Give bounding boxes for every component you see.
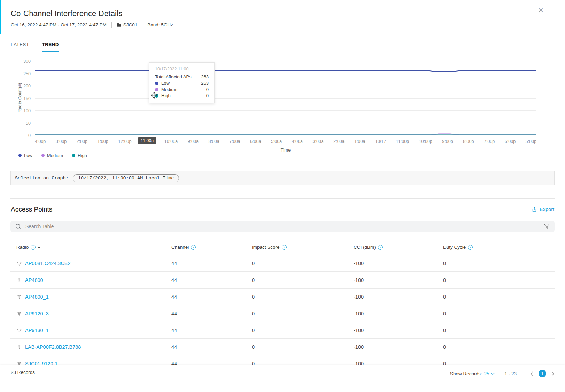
chart-tooltip: 10/17/2022 11:00 Total Affected APs 263 …	[149, 62, 215, 103]
tooltip-label: Total Affected APs	[155, 74, 192, 79]
table-row: AP4800 44 0 -100 0	[10, 272, 555, 289]
duty-cycle-cell: 0	[443, 344, 555, 350]
radio-link[interactable]: AP4800_1	[25, 294, 49, 300]
impact-score-cell: 0	[252, 261, 354, 266]
legend-item-high[interactable]: High	[72, 153, 87, 158]
tooltip-label: High	[161, 93, 171, 98]
cci-cell: -100	[354, 294, 443, 300]
high-dot-icon	[72, 154, 75, 157]
show-records-value: 25	[484, 371, 489, 376]
search-icon	[15, 224, 21, 230]
selection-value-pill[interactable]: 10/17/2022, 11:00:00 AM Local Time	[73, 174, 179, 182]
column-header-cci[interactable]: CCI (dBm) i	[354, 245, 443, 250]
radio-cell: AP9130_1	[16, 328, 171, 333]
table-row: AP9130_1 44 0 -100 0	[10, 322, 555, 339]
x-axis-ticks: 4:00p 3:00p 2:00p 1:00p 12:00p 11:00a 10…	[35, 139, 536, 144]
legend-item-medium[interactable]: Medium	[41, 153, 63, 158]
cci-cell: -100	[354, 344, 443, 350]
info-icon[interactable]: i	[191, 245, 196, 250]
table-footer: 23 Records Show Records: 25 1 - 23 1	[0, 365, 565, 392]
site-name: SJC01	[123, 22, 138, 28]
search-input[interactable]	[25, 224, 540, 229]
panel-subheader: Oct 16, 2022 4:47 PM - Oct 17, 2022 4:47…	[11, 22, 554, 28]
channel-cell: 44	[171, 294, 252, 300]
trend-chart: Radio Count(#) 300 250 200 150 100 50 0	[10, 57, 555, 161]
y-tick-label: 50	[26, 121, 31, 126]
divider	[142, 22, 142, 28]
medium-dot-icon	[155, 88, 158, 91]
x-tick-label: 5:00a	[271, 139, 282, 144]
date-range: Oct 16, 2022 4:47 PM - Oct 17, 2022 4:47…	[11, 22, 107, 28]
selected-time-badge: 11:00a	[138, 137, 156, 144]
channel-cell: 44	[171, 344, 252, 350]
x-tick-label: 2:00a	[333, 139, 344, 144]
export-icon	[532, 207, 537, 212]
table-row: AP0081.C424.3CE2 44 0 -100 0	[10, 255, 555, 272]
column-header-impact-score[interactable]: Impact Score i	[252, 245, 354, 250]
tab-trend[interactable]: TREND	[42, 42, 59, 52]
chart-plot-area[interactable]	[35, 62, 536, 135]
tab-latest[interactable]: LATEST	[11, 42, 29, 52]
impact-score-cell: 0	[252, 277, 354, 283]
y-axis-ticks: 300 250 200 150 100 50 0	[10, 59, 31, 138]
info-icon[interactable]: i	[31, 245, 36, 250]
show-records-label: Show Records:	[450, 371, 482, 376]
tooltip-label: Medium	[161, 87, 177, 92]
info-icon[interactable]: i	[282, 245, 287, 250]
tooltip-value: 263	[201, 80, 209, 86]
cci-cell: -100	[354, 261, 443, 266]
selection-on-graph-bar: Selection on Graph: 10/17/2022, 11:00:00…	[10, 171, 555, 185]
close-icon[interactable]: ×	[538, 6, 543, 15]
radio-link[interactable]: LAB-AP00F2.8B27.B788	[25, 344, 81, 350]
show-records-dropdown[interactable]: 25	[484, 371, 495, 376]
y-tick-label: 0	[28, 133, 31, 138]
chevron-left-icon	[531, 371, 533, 376]
column-header-channel[interactable]: Channel i	[171, 245, 252, 250]
radio-cell: AP0081.C424.3CE2	[16, 261, 171, 266]
wifi-icon	[16, 311, 22, 316]
tab-bar: LATEST TREND	[11, 42, 554, 52]
chevron-down-icon	[491, 372, 495, 375]
export-button[interactable]: Export	[532, 207, 554, 212]
info-icon[interactable]: i	[378, 245, 383, 250]
wifi-icon	[16, 261, 22, 266]
page-number-badge[interactable]: 1	[539, 370, 546, 377]
info-icon[interactable]: i	[468, 245, 473, 250]
impact-score-cell: 0	[252, 344, 354, 350]
x-tick-label: 3:00p	[56, 139, 67, 144]
x-tick-label: 4:00a	[292, 139, 303, 144]
page-range: 1 - 23	[504, 371, 517, 376]
x-tick-label: 7:00a	[229, 139, 240, 144]
radio-link[interactable]: AP0081.C424.3CE2	[25, 261, 71, 266]
table-search-bar	[10, 221, 555, 232]
radio-cell: AP9120_3	[16, 311, 171, 316]
medium-dot-icon	[41, 154, 45, 157]
impact-score-cell: 0	[252, 328, 354, 333]
cci-cell: -100	[354, 311, 443, 316]
column-label: Radio	[16, 245, 29, 250]
previous-page-button[interactable]	[531, 371, 533, 376]
column-header-duty-cycle[interactable]: Duty Cycle i	[443, 245, 555, 250]
column-label: Channel	[171, 245, 189, 250]
channel-cell: 44	[171, 328, 252, 333]
column-label: Duty Cycle	[443, 245, 466, 250]
next-page-button[interactable]	[551, 371, 554, 376]
radio-cell: AP4800	[16, 277, 171, 283]
access-points-header: Access Points Export	[11, 206, 554, 213]
x-tick-label: 9:00a	[188, 139, 199, 144]
access-points-title: Access Points	[11, 206, 52, 213]
filter-icon[interactable]	[544, 224, 550, 229]
radio-link[interactable]: AP9120_3	[25, 311, 49, 316]
radio-cell: AP4800_1	[16, 294, 171, 300]
page-title: Co-Channel Interference Details	[11, 9, 554, 18]
legend-item-low[interactable]: Low	[18, 153, 32, 158]
radio-link[interactable]: AP9130_1	[25, 328, 49, 333]
y-tick-label: 100	[23, 108, 31, 113]
radio-link[interactable]: AP4800	[25, 277, 43, 283]
header-divider	[11, 36, 554, 36]
column-header-radio[interactable]: Radio i	[16, 245, 171, 250]
radio-cell: LAB-AP00F2.8B27.B788	[16, 344, 171, 350]
band-label: Band: 5GHz	[147, 22, 173, 28]
duty-cycle-cell: 0	[443, 261, 555, 266]
x-tick-label: 12:00p	[118, 139, 131, 144]
